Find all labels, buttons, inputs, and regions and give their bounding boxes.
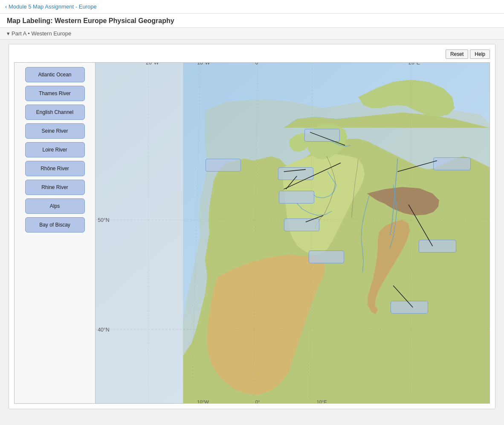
label-chip-seine-river[interactable]: Seine River [25,123,85,139]
chevron-icon: ‹ [5,3,7,10]
map-container: 20°W 10°W 0° 20°E 50°N 40°N 10°W 0° 10°E [96,63,490,403]
label-chip-rhine-river[interactable]: Rhine River [25,180,85,195]
label-chip-rhone-river[interactable]: Rhône River [25,161,85,176]
drop-zone-rhone[interactable] [391,301,428,314]
label-chip-loire-river[interactable]: Loire River [25,142,85,157]
breadcrumb: ‹ Module 5 Map Assignment - Europe [0,0,504,14]
svg-rect-1 [96,63,183,403]
drop-zone-biscay[interactable] [309,250,344,263]
reset-button[interactable]: Reset [446,49,468,59]
drop-zone-seine[interactable] [279,191,314,204]
label-chip-bay-of-biscay[interactable]: Bay of Biscay [25,217,85,233]
help-button[interactable]: Help [470,49,490,59]
drop-zone-channel[interactable] [278,167,313,180]
label-chip-english-channel[interactable]: English Channel [25,105,85,120]
svg-text:0°: 0° [255,399,260,403]
collapse-icon[interactable]: ▾ [7,30,10,37]
drop-zone-rhine[interactable] [433,157,471,170]
label-chip-atlantic-ocean[interactable]: Atlantic Ocean [25,67,85,82]
main-container: Reset Help Atlantic OceanThames RiverEng… [9,44,495,409]
drop-zone-alps[interactable] [419,240,456,253]
label-chip-thames-river[interactable]: Thames River [25,86,85,101]
drop-zone-atlantic[interactable] [206,159,241,172]
drop-zone-thames[interactable] [304,129,340,142]
svg-text:20°E: 20°E [408,63,420,66]
label-chip-alps[interactable]: Alps [25,198,85,214]
svg-text:40°N: 40°N [98,327,110,333]
drop-zone-loire[interactable] [284,218,319,231]
svg-text:50°N: 50°N [98,217,110,223]
toolbar: Reset Help [14,49,490,59]
part-header: ▾ Part A • Western Europe [0,28,504,40]
svg-text:10°W: 10°W [197,399,209,403]
label-panel: Atlantic OceanThames RiverEnglish Channe… [14,63,96,403]
svg-text:10°W: 10°W [197,63,210,66]
map-background: 20°W 10°W 0° 20°E 50°N 40°N 10°W 0° 10°E [96,63,490,403]
part-label: Part A • Western Europe [12,30,71,37]
map-area: Atlantic OceanThames RiverEnglish Channe… [14,62,490,404]
breadcrumb-link[interactable]: Module 5 Map Assignment - Europe [9,3,97,10]
svg-text:20°W: 20°W [146,63,159,66]
svg-text:10°E: 10°E [316,399,327,403]
svg-text:0°: 0° [255,63,261,66]
page-title: Map Labeling: Western Europe Physical Ge… [0,14,504,28]
